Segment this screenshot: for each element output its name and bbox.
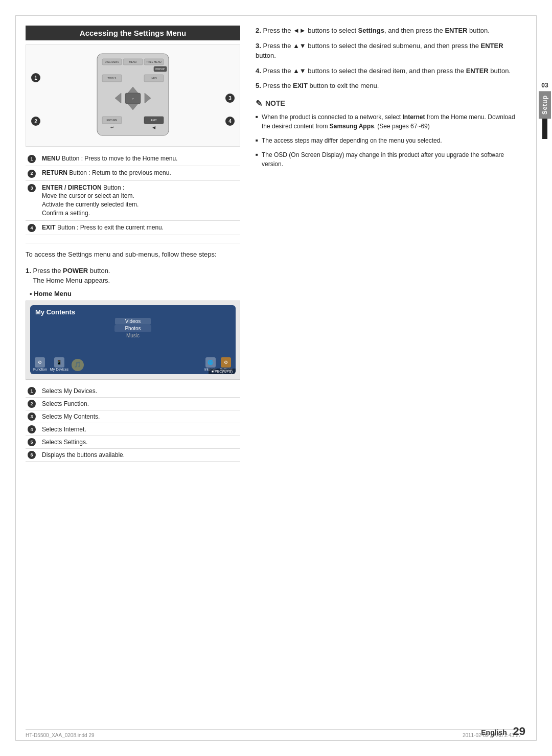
legend-desc-3: ENTER / DIRECTION Button : Move the curs… — [40, 180, 240, 220]
hl-row-2: 2 Selects Function. — [26, 397, 240, 410]
step-3: 3. Press the ▲▼ buttons to select the de… — [256, 41, 521, 61]
main-container: Accessing the Settings Menu 1 2 3 4 DISC… — [26, 26, 521, 730]
hm-nav-function: ⚙ Function — [33, 357, 47, 371]
hl-num-1: 1 — [26, 385, 40, 398]
legend-desc-1: MENU Button : Press to move to the Home … — [40, 152, 240, 166]
svg-text:MENU: MENU — [129, 60, 137, 63]
home-menu-box: 1 2 3 4 5 6 My Contents Videos Photos Mu… — [26, 301, 240, 380]
step-4: 4. Press the ▲▼ buttons to select the de… — [256, 66, 521, 76]
chapter-label: Setup — [539, 91, 551, 119]
page-number: 29 — [513, 725, 525, 738]
remote-legend-table: 1 MENU Button : Press to move to the Hom… — [26, 152, 240, 235]
right-steps: 2. Press the ◄► buttons to select Settin… — [256, 26, 521, 91]
note-item-1: When the product is connected to a netwo… — [256, 112, 521, 131]
step-5-num: 5. — [256, 82, 261, 89]
hl-num-3: 3 — [26, 410, 40, 423]
hl-row-1: 1 Selects My Devices. — [26, 385, 240, 398]
step-1-num: 1. — [26, 267, 31, 274]
language-label: English — [481, 728, 507, 737]
hm-item-videos: Videos — [115, 318, 151, 325]
legend-desc-4: EXIT Button : Press to exit the current … — [40, 220, 240, 235]
hl-row-3: 3 Selects My Contents. — [26, 410, 240, 423]
svg-text:TOOLS: TOOLS — [108, 77, 117, 80]
hl-circle-6: 6 — [28, 451, 36, 459]
hl-circle-4: 4 — [28, 425, 36, 433]
legend-circle-4: 4 — [28, 224, 36, 232]
hl-circle-3: 3 — [28, 413, 36, 421]
legend-row-4: 4 EXIT Button : Press to exit the curren… — [26, 220, 240, 235]
hm-nav-icon3: 🎵 — [72, 359, 84, 371]
step-5: 5. Press the EXIT button to exit the men… — [256, 81, 521, 91]
home-menu-title-text: My Contents — [35, 308, 231, 316]
remote-diagram: 1 2 3 4 DISC MENU MENU TITLE MENU — [26, 44, 240, 147]
hl-row-5: 5 Selects Settings. — [26, 436, 240, 448]
hl-row-6: 6 Displays the buttons available. — [26, 448, 240, 461]
callout-3: 3 — [225, 94, 235, 103]
hm-nav-mydevices: 📱 My Devices — [50, 357, 68, 371]
home-nav-row: ⚙ Function 📱 My Devices 🎵 🌐 Internet — [33, 357, 233, 371]
legend-desc-2: RETURN Button : Return to the previous m… — [40, 166, 240, 180]
hl-num-2: 2 — [26, 397, 40, 410]
svg-text:↩: ↩ — [110, 125, 114, 130]
note-section: ✎ NOTE When the product is connected to … — [256, 99, 521, 169]
home-menu-graphic: My Contents Videos Photos Music ⚙ Functi… — [30, 305, 236, 374]
hl-text-5: Selects Settings. — [40, 436, 240, 448]
callout-1: 1 — [31, 73, 40, 82]
footer-left: HT-D5500_XAA_0208.indd 29 — [26, 732, 95, 738]
hm-item-photos: Photos — [114, 325, 151, 332]
hl-text-6: Displays the buttons available. — [40, 448, 240, 461]
legend-circle-1: 1 — [28, 155, 36, 163]
svg-text:INFO: INFO — [151, 77, 157, 80]
note-item-2: The access steps may differ depending on… — [256, 136, 521, 145]
note-icon: ✎ — [256, 99, 262, 108]
hl-circle-2: 2 — [28, 400, 36, 408]
left-column: Accessing the Settings Menu 1 2 3 4 DISC… — [26, 26, 240, 730]
page-border-top — [15, 15, 537, 16]
legend-circle-3: 3 — [28, 184, 36, 192]
callout-2: 2 — [31, 117, 40, 126]
legend-row-3: 3 ENTER / DIRECTION Button : Move the cu… — [26, 180, 240, 220]
divider-1 — [26, 243, 240, 243]
hl-text-3: Selects My Contents. — [40, 410, 240, 423]
step-4-num: 4. — [256, 67, 261, 75]
intro-text: To access the Settings menu and sub-menu… — [26, 249, 240, 260]
page-border-left — [15, 15, 16, 741]
home-menu-bullet: • Home Menu — [30, 290, 240, 297]
note-title: ✎ NOTE — [256, 99, 521, 108]
note-label: NOTE — [265, 99, 285, 107]
legend-circle-2: 2 — [28, 170, 36, 178]
svg-text:RETURN: RETURN — [107, 119, 118, 122]
svg-text:POPUP: POPUP — [155, 67, 165, 71]
hl-num-4: 4 — [26, 423, 40, 436]
hl-num-5: 5 — [26, 436, 40, 448]
home-menu-content-list: Videos Photos Music — [35, 318, 231, 339]
svg-text:EXIT: EXIT — [151, 119, 156, 122]
hl-circle-5: 5 — [28, 438, 36, 446]
svg-text:TITLE MENU: TITLE MENU — [146, 60, 162, 63]
hl-row-4: 4 Selects Internet. — [26, 423, 240, 436]
legend-num-3: 3 — [26, 180, 40, 220]
legend-num-4: 4 — [26, 220, 40, 235]
chapter-tab-black — [542, 119, 547, 139]
step-3-num: 3. — [256, 42, 261, 50]
right-column: 2. Press the ◄► buttons to select Settin… — [256, 26, 521, 730]
page-number-area: English 29 — [481, 725, 525, 738]
hl-text-1: Selects My Devices. — [40, 385, 240, 398]
hl-text-2: Selects Function. — [40, 397, 240, 410]
chapter-number: 03 — [541, 82, 548, 89]
footer: HT-D5500_XAA_0208.indd 29 2011-02-09 ¿ÀÀ… — [26, 729, 521, 738]
legend-row-2: 2 RETURN Button : Return to the previous… — [26, 166, 240, 180]
svg-text:↵: ↵ — [132, 97, 134, 100]
hl-circle-1: 1 — [28, 387, 36, 395]
callout-4: 4 — [225, 117, 235, 126]
page-border-right — [536, 15, 537, 741]
legend-num-1: 1 — [26, 152, 40, 166]
hm-item-music: Music — [116, 332, 150, 339]
remote-svg: DISC MENU MENU TITLE MENU POPUP TOOLS IN… — [77, 51, 189, 141]
hm-bottom-bar: ■ PBC(WPS) — [209, 369, 236, 374]
note-item-3: The OSD (On Screen Display) may change i… — [256, 150, 521, 169]
hl-text-4: Selects Internet. — [40, 423, 240, 436]
step-2-num: 2. — [256, 27, 261, 34]
step-2: 2. Press the ◄► buttons to select Settin… — [256, 26, 521, 36]
hl-num-6: 6 — [26, 448, 40, 461]
